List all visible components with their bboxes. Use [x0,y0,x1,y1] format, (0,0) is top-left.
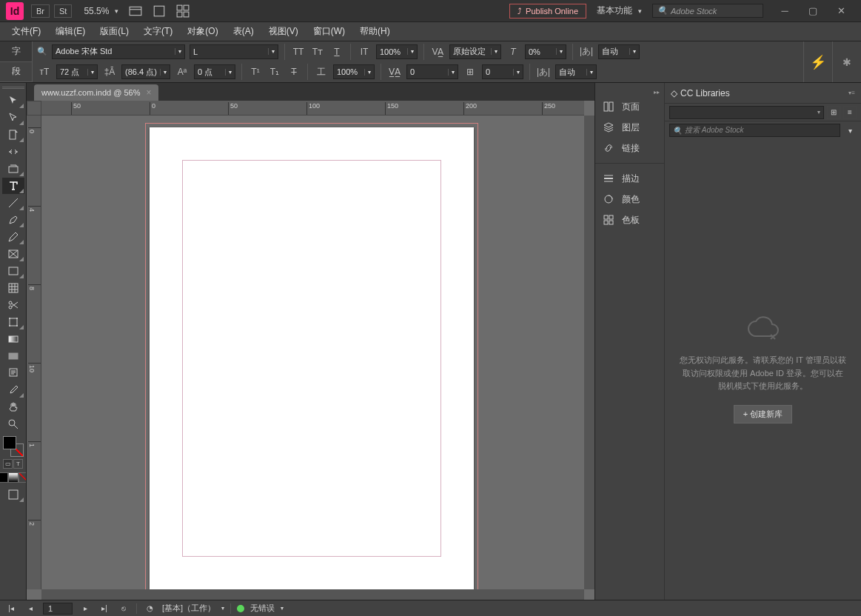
zoom-tool[interactable] [2,416,24,432]
vertical-ruler[interactable]: 0 4 8 10 1 2 [27,116,41,589]
leading-field[interactable]: (86.4 点) [121,64,170,79]
zoom-level[interactable]: 55.5% [84,6,118,16]
gradient-swatch-tool[interactable] [2,331,24,347]
pencil-tool[interactable] [2,229,24,245]
arrange-icon[interactable] [173,3,192,19]
list-view-icon[interactable]: ≡ [843,106,857,119]
character-tab[interactable]: 字 [0,41,32,62]
swatches-panel-button[interactable]: 色板 [595,210,664,230]
page-number-field[interactable]: 1 [43,603,73,615]
preflight-profile[interactable]: [基本]（工作） [162,603,215,614]
small-caps-icon[interactable]: Tᴛ [310,44,325,59]
tracking-field[interactable]: 0 [406,64,458,79]
cc-search-input[interactable]: 🔍 搜索 Adobe Stock [669,124,840,137]
stroke-panel-button[interactable]: 描边 [595,168,664,189]
lang2-field[interactable]: 自动 [555,64,597,79]
pages-panel-button[interactable]: 页面 [595,96,664,117]
line-tool[interactable] [2,195,24,211]
view-options-icon[interactable] [126,3,145,19]
paragraph-tab[interactable]: 段 [0,62,32,83]
menu-edit[interactable]: 编辑(E) [48,22,93,41]
preflight-errors[interactable]: 无错误 [250,603,275,614]
prev-page-icon[interactable]: ◂ [24,603,37,615]
last-page-icon[interactable]: ▸| [98,603,111,615]
search-dropdown-icon[interactable]: ▾ [843,124,857,137]
stock-button[interactable]: St [54,4,72,18]
menu-layout[interactable]: 版面(L) [93,22,136,41]
strikethrough-icon[interactable]: T [287,64,301,79]
library-select[interactable] [669,106,824,119]
lang1-field[interactable]: 自动 [598,44,640,59]
font-size-field[interactable]: 72 点 [56,64,98,79]
subscript-icon[interactable]: T₁ [267,64,282,79]
free-transform-tool[interactable] [2,314,24,330]
content-collector-tool[interactable] [2,161,24,177]
grid-tool[interactable] [2,280,24,296]
baseline-field[interactable]: 0 点 [194,64,235,79]
tools-grip[interactable] [0,84,26,90]
formatting-text-icon[interactable]: T [13,459,23,469]
gradient-feather-tool[interactable] [2,348,24,364]
fill-stroke-swatch[interactable] [3,436,24,457]
skew-field[interactable]: 0% [525,44,566,59]
first-page-icon[interactable]: |◂ [4,603,18,615]
underline-icon[interactable]: T [329,44,344,59]
note-tool[interactable] [2,365,24,381]
rectangle-frame-tool[interactable] [2,246,24,262]
tracking2-field[interactable]: 0 [482,64,523,79]
all-caps-icon[interactable]: TT [291,44,306,59]
quick-apply-icon[interactable]: ⚡ [807,54,829,70]
canvas[interactable] [41,116,584,589]
document-tab[interactable]: www.uzzf.com.indd @ 56% × [34,84,158,101]
close-button[interactable]: ✕ [827,2,855,20]
direct-selection-tool[interactable] [2,110,24,126]
menu-type[interactable]: 文字(T) [136,22,180,41]
settings-icon[interactable]: ✱ [836,56,858,68]
eyedropper-tool[interactable] [2,382,24,398]
next-page-icon[interactable]: ▸ [78,603,92,615]
vertical-scale-field[interactable]: 100% [376,44,418,59]
superscript-icon[interactable]: T¹ [248,64,263,79]
view-mode-icon[interactable] [2,486,24,503]
apply-gradient-icon[interactable] [8,472,19,483]
hand-tool[interactable] [2,399,24,415]
menu-object[interactable]: 对象(O) [180,22,225,41]
links-panel-button[interactable]: 链接 [595,138,664,158]
gap-tool[interactable] [2,144,24,160]
create-library-button[interactable]: + 创建新库 [734,405,792,424]
collapse-icon[interactable]: ▸▸ [595,87,664,96]
profile-icon[interactable]: ◔ [143,603,156,615]
menu-window[interactable]: 窗口(W) [306,22,352,41]
font-family-combo[interactable]: Adobe 宋体 Std [52,44,185,59]
pen-tool[interactable] [2,212,24,228]
panel-menu-icon[interactable]: ▾≡ [848,90,855,96]
minimize-button[interactable]: ─ [771,2,799,20]
apply-none-icon[interactable] [19,472,27,483]
menu-view[interactable]: 视图(V) [261,22,306,41]
grid-view-icon[interactable]: ⊞ [827,106,840,119]
screen-mode-icon[interactable] [150,3,169,19]
open-icon[interactable]: ⎋ [117,603,130,615]
font-style-combo[interactable]: L [190,44,278,59]
vertical-scrollbar[interactable] [584,116,594,589]
color-panel-button[interactable]: 颜色 [595,189,664,210]
menu-help[interactable]: 帮助(H) [352,22,398,41]
layers-panel-button[interactable]: 图层 [595,117,664,138]
horizontal-scrollbar[interactable] [41,589,584,600]
scissors-tool[interactable] [2,297,24,313]
type-tool[interactable] [2,178,24,194]
bridge-button[interactable]: Br [31,4,50,18]
workspace-selector[interactable]: 基本功能 [597,4,642,17]
kerning-field[interactable]: 原始设定 [449,44,501,59]
menu-file[interactable]: 文件(F) [4,22,48,41]
apply-color-icon[interactable] [0,472,8,483]
menu-table[interactable]: 表(A) [226,22,261,41]
formatting-container-icon[interactable]: ▭ [3,459,13,469]
tab-close-icon[interactable]: × [146,87,151,98]
ruler-origin[interactable] [27,101,41,116]
adobe-stock-search[interactable]: 🔍 Adobe Stock [652,4,763,18]
maximize-button[interactable]: ▢ [799,2,827,20]
rectangle-tool[interactable] [2,263,24,279]
selection-tool[interactable] [2,93,24,109]
horizontal-scale-field[interactable]: 100% [333,64,375,79]
